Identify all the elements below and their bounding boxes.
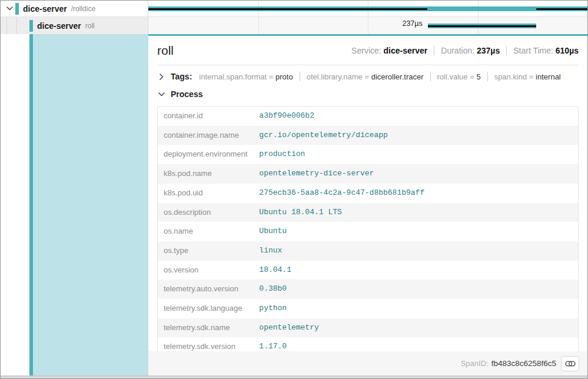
- span-detail-panel: roll Service: dice-serverDuration: 237µs…: [148, 34, 587, 375]
- process-row-container.image.name: container.image.namegcr.io/opentelemetry…: [158, 126, 578, 145]
- process-value: production: [253, 145, 578, 164]
- operation-name: /rolldice: [71, 5, 95, 13]
- span-color-block: [15, 3, 19, 15]
- span-bar-overlay: [148, 8, 427, 10]
- deep-link-button[interactable]: [561, 356, 579, 371]
- selected-span-highlight-column: [33, 34, 148, 375]
- process-key: os.type: [158, 241, 253, 261]
- span-row-roll[interactable]: dice-server roll 237µs: [1, 17, 587, 34]
- meta-divider: [434, 46, 434, 55]
- process-key: telemetry.auto.version: [158, 280, 253, 299]
- process-row-os.type: os.typelinux: [158, 241, 578, 261]
- equals-sign: =: [527, 72, 536, 81]
- span-name-cell-rolldice[interactable]: dice-server /rolldice: [1, 1, 148, 16]
- meta-divider: [506, 46, 507, 55]
- process-table: container.ida3bf90e006b2container.image.…: [157, 106, 579, 357]
- tag-divider: [300, 72, 300, 81]
- tag-item: otel.library.name = diceroller.tracer: [307, 72, 424, 81]
- process-row-container.id: container.ida3bf90e006b2: [158, 107, 578, 126]
- tag-value: proto: [275, 72, 293, 81]
- meta-item: Start Time: 610µs: [513, 46, 579, 55]
- tag-key: internal.span.format: [199, 72, 267, 81]
- meta-item: Duration: 237µs: [441, 46, 500, 55]
- span-bar-overlay: [536, 8, 587, 10]
- meta-item: Service: dice-server: [351, 46, 427, 55]
- tag-value: internal: [536, 72, 561, 81]
- operation-name: roll: [85, 22, 95, 30]
- chevron-down-icon: [157, 92, 165, 97]
- span-bar-rolldice[interactable]: [148, 6, 587, 11]
- link-icon: [565, 360, 576, 368]
- tag-item: internal.span.format = proto: [199, 72, 293, 81]
- process-row-telemetry.sdk.language: telemetry.sdk.languagepython: [158, 299, 578, 318]
- span-meta: Service: dice-serverDuration: 237µsStart…: [351, 46, 579, 55]
- equals-sign: =: [363, 72, 371, 81]
- process-value: opentelemetry: [253, 318, 578, 338]
- span-detail-header: roll Service: dice-serverDuration: 237µs…: [148, 36, 587, 63]
- span-bar-roll[interactable]: [428, 24, 536, 28]
- bottom-scroll-strip[interactable]: [1, 375, 587, 378]
- process-row-os.name: os.nameUbuntu: [158, 222, 578, 241]
- span-row-rolldice[interactable]: dice-server /rolldice: [1, 1, 587, 17]
- span-detail-footer: SpanID: fb483c8c6258f6c5: [148, 351, 587, 375]
- process-key: telemetry.sdk.language: [158, 299, 253, 318]
- process-key: os.name: [158, 222, 253, 241]
- tags-accordion-header[interactable]: Tags: internal.span.format = protootel.l…: [148, 65, 587, 84]
- service-name: dice-server: [37, 21, 81, 31]
- tag-value: 5: [476, 72, 480, 81]
- process-value: 0.38b0: [253, 280, 578, 299]
- tag-key: otel.library.name: [307, 72, 363, 81]
- timeline-cell-roll[interactable]: 237µs: [148, 17, 587, 34]
- process-row-telemetry.sdk.name: telemetry.sdk.nameopentelemetry: [158, 318, 578, 338]
- process-value: 18.04.1: [253, 261, 578, 280]
- span-color-block: [29, 20, 33, 32]
- process-value: linux: [253, 241, 578, 261]
- process-row-os.version: os.version18.04.1: [158, 261, 578, 280]
- process-table-body: container.ida3bf90e006b2container.image.…: [158, 107, 578, 357]
- process-row-k8s.pod.name: k8s.pod.nameopentelemetry-dice-server: [158, 164, 578, 184]
- process-row-deployment.environment: deployment.environmentproduction: [158, 145, 578, 164]
- equals-sign: =: [267, 72, 275, 81]
- meta-value: 610µs: [556, 46, 579, 55]
- meta-value: dice-server: [384, 46, 428, 55]
- jaeger-trace-window: dice-server /rolldice dice-server roll: [0, 0, 588, 379]
- timeline-cell-rolldice[interactable]: [148, 1, 587, 16]
- spanid-value: fb483c8c6258f6c5: [491, 359, 556, 368]
- tags-label: Tags:: [171, 72, 192, 81]
- span-name-cell-roll[interactable]: dice-server roll: [1, 17, 148, 34]
- process-row-telemetry.auto.version: telemetry.auto.version0.38b0: [158, 280, 578, 299]
- tag-key: roll.value: [437, 72, 468, 81]
- process-value: opentelemetry-dice-server: [253, 164, 578, 184]
- tags-summary: internal.span.format = protootel.library…: [199, 72, 560, 81]
- tag-divider: [430, 72, 431, 81]
- span-title: roll: [157, 44, 174, 58]
- process-accordion-header[interactable]: Process: [148, 84, 587, 101]
- process-row-k8s.pod.uid: k8s.pod.uid275ecb36-5aa8-4c2a-9c47-d8bb6…: [158, 184, 578, 203]
- meta-value: 237µs: [477, 46, 500, 55]
- meta-label: Service:: [351, 46, 383, 55]
- tag-key: span.kind: [494, 72, 527, 81]
- process-value: 275ecb36-5aa8-4c2a-9c47-d8bb681b9aff: [253, 184, 578, 203]
- chevron-down-icon[interactable]: [5, 6, 14, 11]
- tree-gutter: [1, 34, 29, 375]
- meta-label: Start Time:: [513, 46, 556, 55]
- service-name: dice-server: [23, 4, 67, 14]
- tag-item: roll.value = 5: [437, 72, 481, 81]
- process-key: container.id: [158, 107, 253, 126]
- process-value: gcr.io/opentelemetry/diceapp: [253, 126, 578, 145]
- process-key: k8s.pod.name: [158, 164, 253, 184]
- tag-item: span.kind = internal: [494, 72, 561, 81]
- process-key: container.image.name: [158, 126, 253, 145]
- span-bar-overlay: [428, 25, 536, 27]
- process-key: k8s.pod.uid: [158, 184, 253, 203]
- process-value: Ubuntu 18.04.1 LTS: [253, 203, 578, 222]
- process-label: Process: [171, 89, 202, 99]
- process-key: os.description: [158, 203, 253, 222]
- process-key: telemetry.sdk.name: [158, 318, 253, 338]
- spanid-label: SpanID:: [461, 359, 489, 368]
- tag-divider: [487, 72, 488, 81]
- process-row-os.description: os.descriptionUbuntu 18.04.1 LTS: [158, 203, 578, 222]
- process-key: os.version: [158, 261, 253, 280]
- chevron-right-icon: [157, 74, 165, 80]
- tag-value: diceroller.tracer: [371, 72, 424, 81]
